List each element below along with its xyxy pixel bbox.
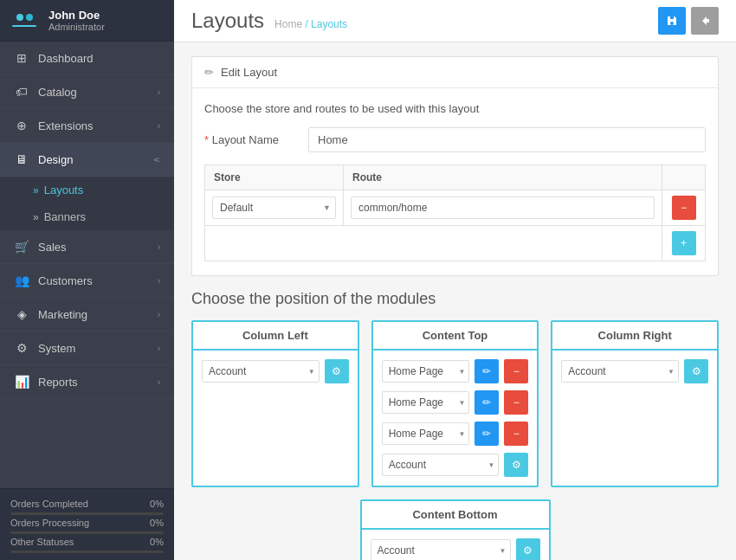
breadcrumb-home[interactable]: Home bbox=[274, 18, 302, 30]
stat-bar-wrap bbox=[10, 550, 164, 553]
back-icon bbox=[699, 15, 711, 27]
sidebar-item-reports[interactable]: 📊 Reports › bbox=[0, 365, 174, 399]
save-button[interactable] bbox=[658, 7, 686, 35]
content-top-body: Home Page Account ✏ − bbox=[373, 351, 538, 486]
sidebar-item-banners[interactable]: Banners bbox=[0, 203, 174, 230]
module-row: Account Home Page ⚙ bbox=[371, 538, 540, 560]
content-bottom-header: Content Bottom bbox=[362, 501, 549, 530]
sidebar-item-sales[interactable]: 🛒 Sales › bbox=[0, 230, 174, 264]
sidebar-item-extensions[interactable]: ⊕ Extensions › bbox=[0, 109, 174, 143]
gear-icon: ⚙ bbox=[692, 365, 701, 377]
minus-icon: − bbox=[681, 202, 687, 214]
chevron-right-icon: › bbox=[158, 87, 160, 97]
top-bar: Layouts Home / Layouts bbox=[174, 0, 736, 42]
minus-icon: − bbox=[513, 365, 520, 377]
edit-layout-body: Choose the store and routes to be used w… bbox=[192, 88, 718, 275]
edit-layout-header: ✏ Edit Layout bbox=[192, 57, 718, 88]
reports-icon: 📊 bbox=[14, 375, 29, 389]
chevron-down-icon: ∨ bbox=[152, 157, 162, 163]
modules-grid: Column Left Account Home Page ⚙ bbox=[191, 320, 719, 487]
logo-dot-1 bbox=[16, 14, 23, 21]
module-select[interactable]: Home Page Account bbox=[382, 391, 470, 414]
extensions-icon: ⊕ bbox=[14, 119, 29, 132]
stat-label: Other Statuses bbox=[10, 537, 74, 547]
stat-label: Orders Processing bbox=[10, 518, 89, 528]
module-select[interactable]: Account Home Page bbox=[202, 360, 320, 383]
top-actions bbox=[658, 7, 719, 35]
add-route-spacer bbox=[205, 226, 662, 261]
module-select-wrap: Account Home Page bbox=[371, 539, 511, 560]
module-select[interactable]: Home Page Account bbox=[382, 360, 470, 383]
edit-layout-description: Choose the store and routes to be used w… bbox=[204, 102, 706, 115]
module-select[interactable]: Account Home Page bbox=[371, 539, 511, 560]
catalog-icon: 🏷 bbox=[14, 85, 29, 99]
sidebar-item-customers[interactable]: 👥 Customers › bbox=[0, 264, 174, 298]
module-select-wrap: Account Home Page bbox=[202, 360, 320, 383]
module-row: Account Home Page ⚙ bbox=[382, 453, 529, 477]
remove-module-button[interactable]: − bbox=[504, 422, 528, 446]
sidebar-item-label: Sales bbox=[38, 241, 158, 254]
add-module-button[interactable]: ⚙ bbox=[684, 359, 708, 383]
layout-name-input[interactable] bbox=[308, 127, 706, 152]
store-select-wrap: Default bbox=[212, 196, 336, 219]
user-name: John Doe bbox=[48, 9, 105, 22]
chevron-right-icon: › bbox=[158, 344, 160, 353]
sidebar-item-design[interactable]: 🖥 Design ∨ bbox=[0, 143, 174, 177]
store-cell: Default bbox=[205, 190, 344, 226]
route-action-cell: − bbox=[662, 190, 706, 226]
back-button[interactable] bbox=[691, 7, 719, 35]
breadcrumb-current: Layouts bbox=[311, 18, 347, 30]
pencil-icon: ✏ bbox=[482, 396, 491, 409]
required-star: * bbox=[204, 133, 209, 146]
sidebar-item-catalog[interactable]: 🏷 Catalog › bbox=[0, 75, 174, 109]
banners-label: Banners bbox=[44, 210, 86, 223]
add-module-button[interactable]: ⚙ bbox=[504, 453, 528, 477]
logo-dots bbox=[16, 14, 33, 21]
sidebar-item-marketing[interactable]: ◈ Marketing › bbox=[0, 298, 174, 331]
content-bottom-body: Account Home Page ⚙ bbox=[362, 530, 549, 560]
remove-route-button[interactable]: − bbox=[672, 196, 696, 220]
route-input[interactable] bbox=[351, 196, 655, 219]
pencil-icon: ✏ bbox=[482, 428, 491, 440]
edit-module-button[interactable]: ✏ bbox=[475, 422, 499, 446]
chevron-right-icon: › bbox=[158, 310, 160, 319]
add-route-row: + bbox=[205, 226, 706, 261]
layouts-label: Layouts bbox=[44, 183, 84, 196]
edit-module-button[interactable]: ✏ bbox=[475, 359, 499, 383]
module-select[interactable]: Account Home Page bbox=[561, 360, 679, 383]
add-module-button[interactable]: ⚙ bbox=[516, 538, 540, 560]
add-route-button[interactable]: + bbox=[672, 231, 696, 255]
stat-value: 0% bbox=[150, 537, 164, 547]
sidebar-item-layouts[interactable]: Layouts bbox=[0, 177, 174, 203]
sidebar: John Doe Administrator ⊞ Dashboard 🏷 Cat… bbox=[0, 0, 174, 560]
sidebar-item-label: Marketing bbox=[38, 308, 158, 321]
routes-table: Store Route Default bbox=[204, 164, 706, 261]
modules-section-title: Choose the position of the modules bbox=[191, 290, 719, 308]
edit-module-button[interactable]: ✏ bbox=[475, 390, 499, 415]
column-right-box: Column Right Account Home Page ⚙ bbox=[551, 320, 719, 487]
sidebar-item-system[interactable]: ⚙ System › bbox=[0, 331, 174, 365]
module-select-wrap: Home Page Account bbox=[382, 391, 470, 414]
sidebar-item-dashboard[interactable]: ⊞ Dashboard bbox=[0, 42, 174, 75]
stat-value: 0% bbox=[150, 499, 164, 509]
sidebar-item-label: Dashboard bbox=[38, 52, 160, 65]
route-row: Default − bbox=[205, 190, 706, 226]
module-select[interactable]: Home Page Account bbox=[382, 422, 470, 445]
content-bottom-row: Content Bottom Account Home Page ⚙ bbox=[191, 499, 719, 560]
remove-module-button[interactable]: − bbox=[504, 359, 528, 383]
add-module-button[interactable]: ⚙ bbox=[325, 359, 349, 383]
layout-name-label: * Layout Name bbox=[204, 133, 308, 146]
design-icon: 🖥 bbox=[14, 152, 29, 166]
store-select[interactable]: Default bbox=[212, 196, 336, 219]
module-select-wrap: Home Page Account bbox=[382, 422, 470, 445]
column-left-box: Column Left Account Home Page ⚙ bbox=[191, 320, 359, 487]
action-col-header bbox=[662, 165, 706, 190]
module-select[interactable]: Account Home Page bbox=[382, 454, 500, 476]
sidebar-nav: ⊞ Dashboard 🏷 Catalog › ⊕ Extensions › 🖥… bbox=[0, 42, 174, 488]
edit-layout-card: ✏ Edit Layout Choose the store and route… bbox=[191, 56, 719, 276]
page-title: Layouts bbox=[191, 9, 264, 33]
gear-icon: ⚙ bbox=[523, 544, 533, 557]
column-left-header: Column Left bbox=[193, 322, 358, 351]
module-row: Home Page Account ✏ − bbox=[382, 359, 529, 383]
remove-module-button[interactable]: − bbox=[504, 390, 528, 415]
